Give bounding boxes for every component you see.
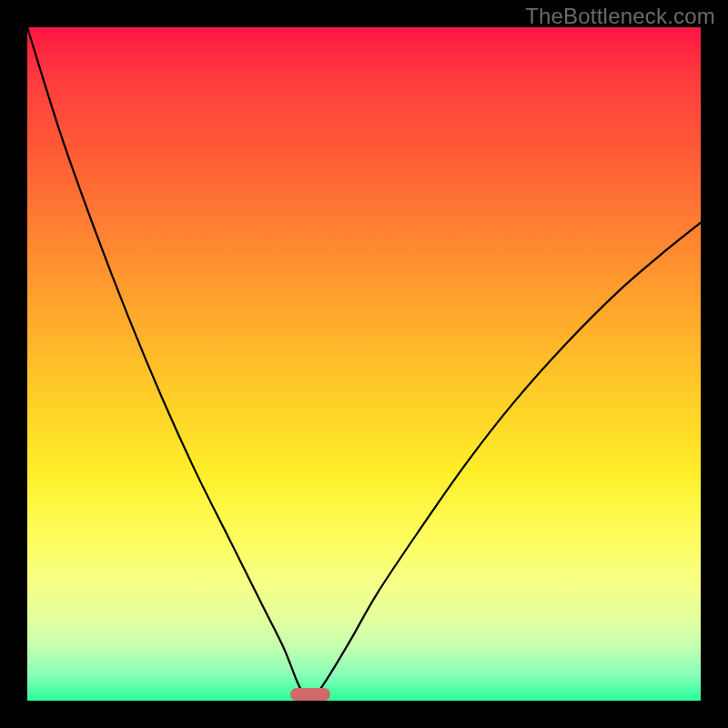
- bottleneck-curve-path: [27, 27, 701, 701]
- watermark-text: TheBottleneck.com: [525, 4, 715, 29]
- chart-frame: TheBottleneck.com: [0, 0, 728, 728]
- minimum-marker: [290, 688, 330, 701]
- chart-plot-area: [27, 27, 701, 701]
- bottleneck-curve-svg: [27, 27, 701, 701]
